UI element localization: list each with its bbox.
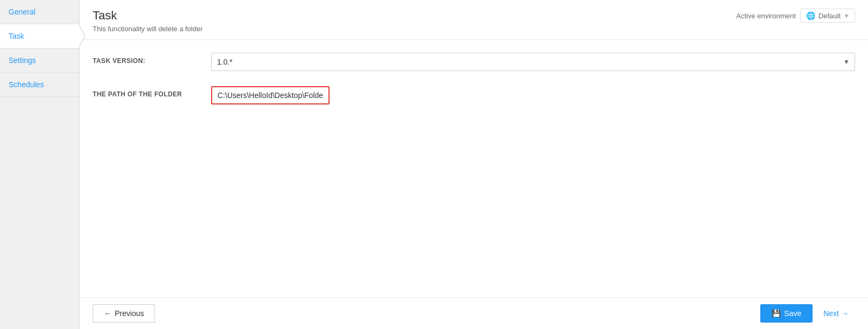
sidebar-item-task[interactable]: Task (0, 24, 79, 48)
header-left: Task This functionality will delete a fo… (93, 9, 203, 33)
next-label: Next (823, 309, 839, 318)
form-area: TASK VERSION: 1.0.* 2.0.* Latest ▼ THE P… (80, 40, 868, 297)
page-title: Task (93, 9, 203, 23)
arrow-left-icon: ← (104, 309, 111, 318)
sidebar-item-general[interactable]: General (0, 0, 79, 24)
save-icon: 💾 (772, 309, 781, 318)
folder-path-input[interactable] (211, 86, 330, 104)
task-version-select-wrapper: 1.0.* 2.0.* Latest ▼ (211, 53, 855, 71)
next-button[interactable]: Next → (817, 305, 855, 322)
arrow-right-icon: → (841, 309, 849, 318)
page-subtitle: This functionality will delete a folder (93, 25, 203, 33)
previous-button[interactable]: ← Previous (93, 304, 155, 323)
sidebar: General Task Settings Schedules (0, 0, 80, 329)
page-header: Task This functionality will delete a fo… (80, 0, 868, 40)
env-value: Default (818, 12, 841, 20)
folder-path-label: THE PATH OF THE FOLDER (93, 86, 211, 98)
globe-icon: 🌐 (806, 11, 815, 20)
header-right: Active environment 🌐 Default ▼ (736, 9, 855, 23)
folder-path-row: THE PATH OF THE FOLDER (93, 86, 855, 104)
previous-label: Previous (115, 309, 144, 318)
save-button[interactable]: 💾 Save (760, 304, 813, 323)
sidebar-item-label-settings: Settings (9, 56, 36, 65)
sidebar-item-label-schedules: Schedules (9, 80, 44, 89)
folder-path-control (211, 86, 855, 104)
sidebar-item-label-general: General (9, 8, 36, 16)
env-label: Active environment (736, 12, 796, 20)
sidebar-item-settings[interactable]: Settings (0, 48, 79, 73)
task-version-row: TASK VERSION: 1.0.* 2.0.* Latest ▼ (93, 53, 855, 71)
task-version-control: 1.0.* 2.0.* Latest ▼ (211, 53, 855, 71)
environment-selector[interactable]: 🌐 Default ▼ (800, 9, 855, 23)
main-content: Task This functionality will delete a fo… (80, 0, 868, 329)
task-version-select[interactable]: 1.0.* 2.0.* Latest (211, 53, 855, 71)
save-label: Save (784, 309, 801, 318)
chevron-down-icon: ▼ (844, 13, 849, 19)
task-version-label: TASK VERSION: (93, 53, 211, 65)
footer-right: 💾 Save Next → (760, 304, 855, 323)
sidebar-item-schedules[interactable]: Schedules (0, 73, 79, 97)
page-footer: ← Previous 💾 Save Next → (80, 297, 868, 329)
sidebar-item-label-task: Task (9, 32, 24, 40)
